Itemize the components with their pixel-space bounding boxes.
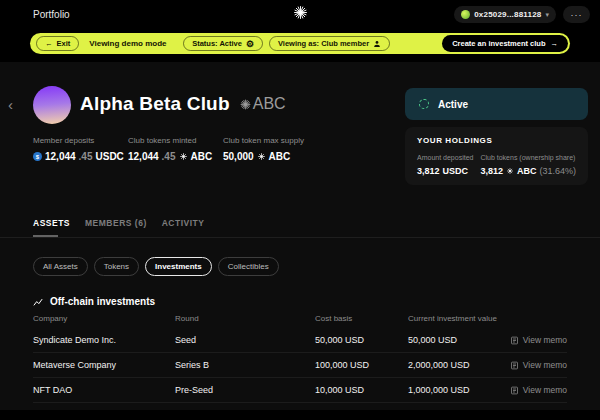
club-avatar: [33, 86, 71, 124]
table-row: NFT DAO Pre-Seed 10,000 USD 1,000,000 US…: [33, 378, 567, 403]
asset-filters: All Assets Tokens Investments Collectibl…: [33, 257, 279, 276]
filter-collectibles[interactable]: Collectibles: [218, 257, 279, 276]
table-row: Metaverse Company Series B 100,000 USD 2…: [33, 353, 567, 378]
investments-table-header: Company Round Cost basis Current investm…: [33, 312, 567, 326]
status-label: Status: Active: [192, 39, 242, 48]
holdings-title: YOUR HOLDINGS: [417, 136, 576, 145]
token-star-icon: [239, 98, 252, 111]
cost-basis: 50,000 USD: [315, 328, 364, 353]
tab-members[interactable]: MEMBERS (6): [85, 218, 147, 228]
stat-max-supply: Club token max supply 50,000 ABC: [223, 136, 304, 162]
exit-demo-button[interactable]: ← Exit: [36, 36, 79, 51]
stat-club-tokens-minted: Club tokens minted 12,044.45 ABC: [128, 136, 212, 162]
app-window: Portfolio 0x25029...881128 ▾ ··· ← Exit …: [0, 0, 600, 420]
round: Pre-Seed: [175, 378, 213, 403]
view-memo-button[interactable]: View memo: [510, 378, 567, 403]
filter-all-assets[interactable]: All Assets: [33, 257, 88, 276]
round: Series B: [175, 353, 209, 378]
demo-mode-banner: ← Exit Viewing demo mode Status: Active …: [30, 33, 570, 54]
back-button[interactable]: ‹: [8, 96, 13, 113]
status-active-icon: [419, 99, 429, 109]
tab-activity[interactable]: ACTIVITY: [162, 218, 205, 228]
demo-mode-message: Viewing demo mode: [89, 39, 166, 48]
club-token-symbol: ABC: [239, 95, 286, 113]
offchain-investments-header: Off-chain investments: [33, 296, 155, 307]
company-name: Syndicate Demo Inc.: [33, 328, 116, 353]
tab-assets[interactable]: ASSETS: [33, 218, 70, 228]
token-star-icon: [179, 152, 188, 161]
company-name: NFT DAO: [33, 378, 72, 403]
portfolio-link[interactable]: Portfolio: [33, 9, 70, 20]
ownership-share: (31.64%): [539, 166, 576, 176]
current-value: 1,000,000 USD: [408, 378, 470, 403]
current-value: 2,000,000 USD: [408, 353, 470, 378]
club-status-card[interactable]: Active: [405, 88, 588, 120]
wallet-avatar: [461, 10, 470, 19]
cta-label: Create an investment club: [452, 39, 545, 48]
person-icon: [373, 40, 381, 48]
status-text: Active: [438, 99, 468, 110]
current-value: 50,000 USD: [408, 328, 457, 353]
usdc-icon: $: [33, 152, 42, 161]
wallet-account-button[interactable]: 0x25029...881128 ▾: [454, 6, 556, 23]
exit-label: Exit: [57, 39, 71, 48]
club-page: ‹ Alpha Beta Club ABC Member deposi: [0, 62, 600, 410]
filter-tokens[interactable]: Tokens: [94, 257, 139, 276]
token-star-icon: [257, 152, 266, 161]
memo-icon: [510, 386, 519, 395]
chevron-down-icon: ▾: [545, 11, 549, 18]
viewing-as-selector[interactable]: Viewing as: Club member: [269, 36, 390, 51]
company-name: Metaverse Company: [33, 353, 116, 378]
divider: [0, 237, 600, 238]
club-tabs: ASSETS MEMBERS (6) ACTIVITY: [33, 218, 204, 228]
cost-basis: 10,000 USD: [315, 378, 364, 403]
demo-status-selector[interactable]: Status: Active ⚙: [183, 36, 263, 51]
club-name: Alpha Beta Club: [80, 93, 230, 115]
view-memo-button[interactable]: View memo: [510, 353, 567, 378]
round: Seed: [175, 328, 196, 353]
more-menu-button[interactable]: ···: [563, 6, 590, 23]
stat-member-deposits: Member deposits $ 12,044.45 USDC: [33, 136, 124, 162]
section-title: Off-chain investments: [50, 296, 155, 307]
cost-basis: 100,000 USD: [315, 353, 369, 378]
token-star-icon: [506, 167, 514, 175]
memo-icon: [510, 336, 519, 345]
memo-icon: [510, 361, 519, 370]
your-holdings-card: YOUR HOLDINGS Amount deposited 3,812 USD…: [405, 127, 588, 185]
trend-chart-icon: [33, 297, 43, 307]
view-memo-button[interactable]: View memo: [510, 328, 567, 353]
token-symbol-text: ABC: [253, 95, 286, 113]
syndicate-logo-icon: [292, 4, 309, 21]
filter-investments[interactable]: Investments: [145, 257, 212, 276]
create-investment-club-button[interactable]: Create an investment club →: [442, 35, 568, 52]
table-row: Syndicate Demo Inc. Seed 50,000 USD 50,0…: [33, 328, 567, 353]
viewing-as-label: Viewing as: Club member: [278, 39, 369, 48]
wallet-address: 0x25029...881128: [474, 10, 541, 19]
